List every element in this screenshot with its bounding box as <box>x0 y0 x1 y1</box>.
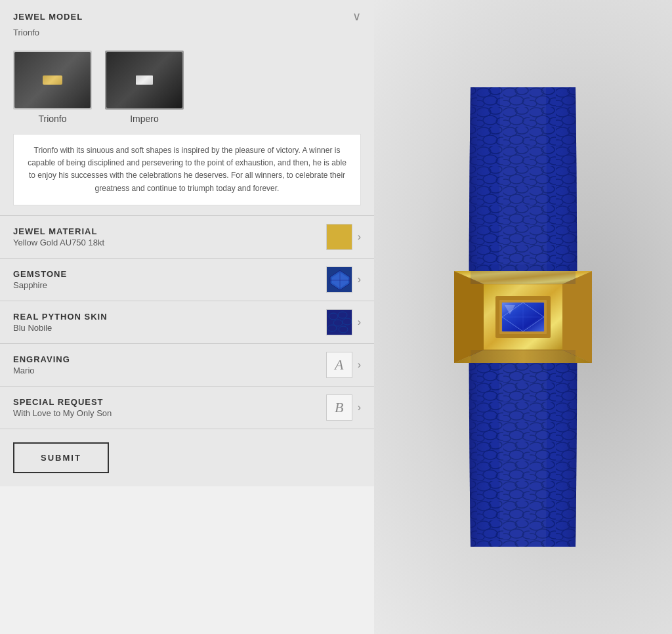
special-request-chevron-icon: › <box>358 402 361 413</box>
jewel-material-swatch <box>326 224 352 250</box>
submit-area: SUBMIT <box>0 429 374 486</box>
model-description: Trionfo with its sinuous and soft shapes… <box>13 134 361 205</box>
right-panel <box>374 0 672 634</box>
jewel-model-section: JEWEL MODEL ∨ Trionfo Trionfo Impero Tri… <box>0 0 374 216</box>
engraving-row[interactable]: ENGRAVING Mario A › <box>0 344 374 387</box>
python-skin-title: REAL PYTHON SKIN <box>13 312 326 322</box>
gemstone-chevron-icon: › <box>358 274 361 285</box>
jewel-model-chevron-icon: ∨ <box>352 9 361 24</box>
submit-button[interactable]: SUBMIT <box>13 442 109 473</box>
python-skin-value: Blu Nobile <box>13 323 326 333</box>
jewel-material-row[interactable]: JEWEL MATERIAL Yellow Gold AU750 18kt › <box>0 216 374 259</box>
special-request-title: SPECIAL REQUEST <box>13 397 326 407</box>
jewel-material-title: JEWEL MATERIAL <box>13 226 326 236</box>
svg-rect-30 <box>471 350 576 370</box>
gemstone-swatch <box>326 266 352 293</box>
python-skin-row[interactable]: REAL PYTHON SKIN Blu Nobile › <box>0 301 374 344</box>
model-trionfo-label: Trionfo <box>38 114 66 124</box>
special-request-value: With Love to My Only Son <box>13 408 326 418</box>
bracelet-container <box>374 0 672 634</box>
model-trionfo[interactable]: Trionfo <box>13 51 92 124</box>
gemstone-title: GEMSTONE <box>13 269 326 279</box>
jewel-material-value: Yellow Gold AU750 18kt <box>13 238 326 247</box>
jewel-model-value: Trionfo <box>0 26 374 44</box>
svg-rect-29 <box>471 264 576 284</box>
model-selector: Trionfo Impero <box>0 44 374 134</box>
engraving-icon: A <box>326 352 352 378</box>
gemstone-row[interactable]: GEMSTONE Sapphire › <box>0 259 374 301</box>
model-trionfo-thumb <box>13 51 92 110</box>
jewel-model-header[interactable]: JEWEL MODEL ∨ <box>0 0 374 26</box>
python-skin-swatch <box>326 309 352 335</box>
engraving-value: Mario <box>13 366 326 375</box>
jewel-model-title: JEWEL MODEL <box>13 12 83 22</box>
special-request-icon: B <box>326 394 352 421</box>
model-impero[interactable]: Impero <box>105 51 184 124</box>
python-skin-chevron-icon: › <box>358 316 361 328</box>
left-panel: JEWEL MODEL ∨ Trionfo Trionfo Impero Tri… <box>0 0 374 634</box>
model-impero-thumb <box>105 51 184 110</box>
engraving-title: ENGRAVING <box>13 354 326 364</box>
gemstone-value: Sapphire <box>13 280 326 290</box>
engraving-chevron-icon: › <box>358 359 361 371</box>
special-request-row[interactable]: SPECIAL REQUEST With Love to My Only Son… <box>0 387 374 429</box>
model-impero-label: Impero <box>130 114 159 124</box>
jewel-material-chevron-icon: › <box>358 231 361 243</box>
bracelet-svg <box>398 87 648 547</box>
